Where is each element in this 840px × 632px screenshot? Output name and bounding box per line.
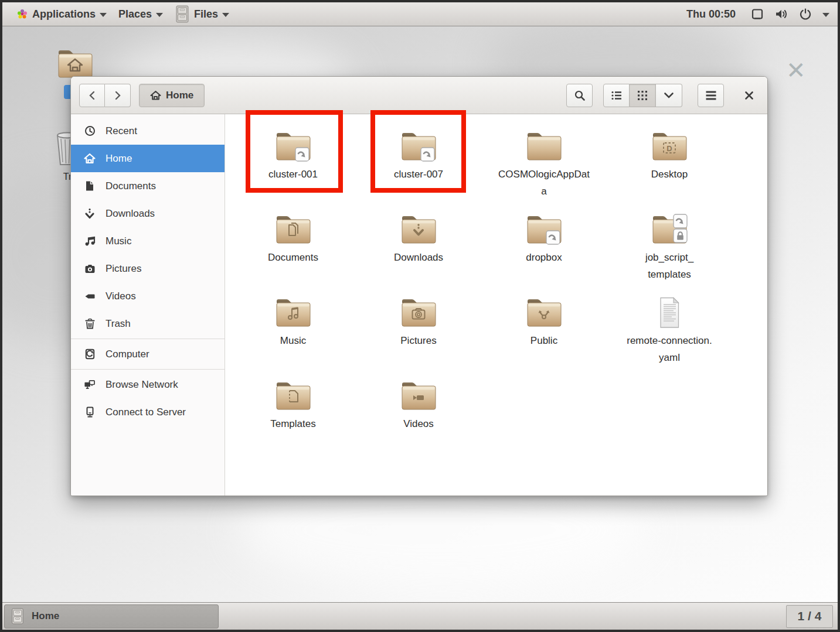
folder-share-icon — [525, 296, 563, 330]
power-icon[interactable] — [799, 8, 812, 21]
home-icon — [150, 90, 161, 101]
applications-menu[interactable]: Applications — [11, 2, 113, 26]
sidebar-item-label: Home — [106, 153, 132, 165]
file-item-downloads[interactable]: Downloads — [356, 206, 481, 289]
file-label: Public — [530, 332, 557, 349]
taskbar-window-label: Home — [32, 610, 59, 622]
video-camera-icon — [84, 292, 96, 301]
sidebar-item-music[interactable]: Music — [71, 227, 225, 255]
chevron-down-icon — [156, 13, 163, 17]
top-bar: Applications Places Files Thu 00:50 — [2, 2, 838, 26]
list-view-icon — [611, 90, 623, 101]
volume-icon[interactable] — [774, 8, 788, 21]
grid-view-icon — [637, 90, 648, 101]
network-icon — [84, 380, 96, 390]
recent-icon — [84, 125, 96, 136]
folder-desktop-icon: D — [650, 130, 689, 164]
highlight-box-cluster-007 — [370, 110, 466, 193]
files-menu[interactable]: Files — [169, 2, 235, 26]
file-item-cosmologicappdata[interactable]: COSMOlogicAppDat a — [481, 122, 607, 206]
files-menu-label: Files — [194, 8, 218, 21]
file-cabinet-icon — [11, 608, 25, 624]
folder-templates-icon — [274, 380, 312, 414]
places-menu[interactable]: Places — [113, 2, 169, 26]
sidebar-item-pictures[interactable]: Pictures — [71, 255, 225, 282]
sidebar-separator — [71, 339, 225, 339]
file-item-videos[interactable]: Videos — [356, 372, 481, 455]
applications-icon — [16, 8, 28, 20]
search-icon — [574, 90, 586, 101]
sidebar-item-videos[interactable]: Videos — [71, 282, 225, 310]
view-options-button[interactable] — [656, 84, 682, 107]
file-item-desktop[interactable]: D Desktop — [607, 122, 732, 206]
sidebar-item-downloads[interactable]: Downloads — [71, 200, 225, 227]
sidebar-item-label: Browse Network — [106, 379, 178, 391]
chevron-left-icon — [88, 90, 96, 101]
sidebar-item-label: Downloads — [106, 208, 155, 220]
file-item-remote-connection-yaml[interactable]: remote-connection. yaml — [607, 289, 732, 372]
clock[interactable]: Thu 00:50 — [686, 8, 736, 21]
applications-menu-label: Applications — [32, 8, 96, 21]
trash-icon — [84, 318, 96, 329]
taskbar: Home 1 / 4 — [2, 602, 838, 630]
sidebar-item-label: Trash — [106, 318, 131, 330]
sidebar-item-trash[interactable]: Trash — [71, 310, 225, 337]
screen-icon[interactable] — [751, 8, 764, 21]
file-item-job-script-templates[interactable]: job_script_ templates — [607, 206, 732, 289]
folder-music-icon — [274, 296, 312, 330]
sidebar-item-recent[interactable]: Recent — [71, 117, 225, 145]
chevron-down-icon — [664, 92, 674, 99]
file-label: COSMOlogicAppDat a — [498, 166, 590, 200]
file-label: Music — [280, 332, 306, 349]
window-toolbar: Home — [71, 77, 767, 114]
file-item-pictures[interactable]: Pictures — [356, 289, 481, 372]
close-x-watermark: ✕ — [786, 59, 806, 82]
workspace-pager[interactable]: 1 / 4 — [786, 605, 833, 628]
server-icon — [84, 406, 96, 418]
back-button[interactable] — [79, 84, 105, 107]
sidebar-item-label: Pictures — [106, 263, 141, 275]
chevron-down-icon — [100, 13, 107, 17]
files-window: Home — [70, 76, 768, 496]
folder-pictures-icon — [399, 296, 438, 330]
highlight-box-cluster-001 — [246, 110, 343, 193]
sidebar-item-documents[interactable]: Documents — [71, 172, 225, 200]
sidebar-item-browse-network[interactable]: Browse Network — [71, 371, 225, 398]
file-label: job_script_ templates — [645, 249, 693, 283]
sidebar-item-connect-to-server[interactable]: Connect to Server — [71, 398, 225, 426]
chevron-down-icon[interactable] — [822, 13, 829, 17]
file-item-public[interactable]: Public — [481, 289, 607, 372]
sidebar-item-home[interactable]: Home — [71, 145, 225, 172]
camera-icon — [84, 264, 96, 274]
drive-icon — [84, 349, 96, 360]
home-icon — [84, 153, 96, 164]
file-item-dropbox[interactable]: dropbox — [481, 206, 607, 289]
sidebar: Recent Home Documents — [71, 114, 225, 496]
forward-button[interactable] — [105, 84, 131, 107]
chevron-right-icon — [114, 90, 122, 101]
taskbar-window-button[interactable]: Home — [4, 604, 219, 628]
file-item-templates[interactable]: Templates — [230, 372, 356, 455]
file-cabinet-icon — [175, 5, 190, 23]
music-icon — [84, 235, 96, 247]
sidebar-item-computer[interactable]: Computer — [71, 340, 225, 368]
file-label: dropbox — [526, 249, 562, 266]
close-icon — [744, 91, 754, 100]
search-button[interactable] — [566, 84, 593, 107]
places-menu-label: Places — [118, 8, 152, 21]
file-label: Videos — [403, 415, 434, 432]
path-home-button[interactable]: Home — [139, 84, 205, 107]
window-close-button[interactable] — [739, 86, 759, 105]
folder-videos-icon — [399, 380, 438, 414]
path-home-label: Home — [166, 90, 193, 101]
hamburger-icon — [705, 91, 717, 100]
list-view-button[interactable] — [603, 84, 630, 107]
sidebar-item-label: Computer — [106, 349, 149, 360]
file-item-documents[interactable]: Documents — [230, 206, 356, 289]
folder-icon — [525, 130, 563, 164]
grid-view-button[interactable] — [630, 84, 656, 107]
menu-button[interactable] — [698, 84, 724, 107]
document-icon — [84, 180, 96, 192]
folder-documents-icon — [274, 213, 312, 247]
file-item-music[interactable]: Music — [230, 289, 356, 372]
